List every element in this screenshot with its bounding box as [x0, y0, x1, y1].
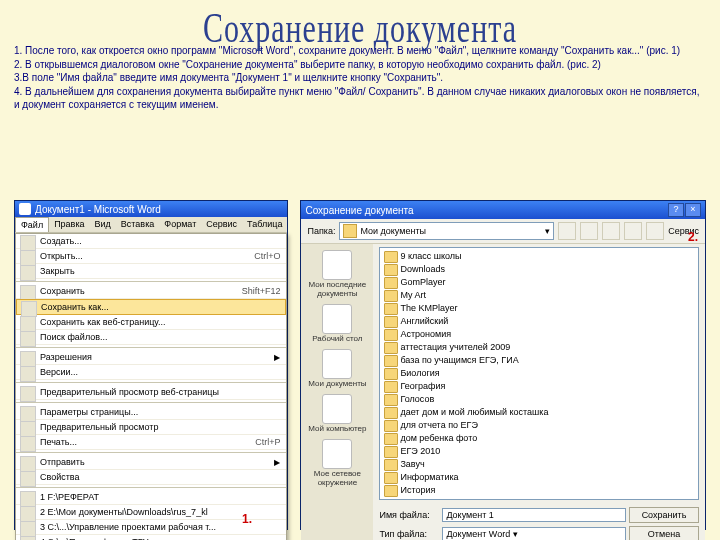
menu-table[interactable]: Таблица — [242, 217, 287, 232]
menu-format[interactable]: Формат — [159, 217, 201, 232]
annotation-2: 2. — [688, 230, 698, 244]
menu-item[interactable]: Поиск файлов... — [16, 330, 286, 345]
menu-edit[interactable]: Правка — [49, 217, 89, 232]
dialog-title: Сохранение документа — [305, 205, 413, 216]
file-item[interactable]: Завуч — [382, 458, 696, 471]
file-item[interactable]: My Art — [382, 289, 696, 302]
place-label: Рабочий стол — [312, 334, 362, 343]
word-icon — [19, 203, 31, 215]
place-icon — [322, 394, 352, 424]
file-item[interactable]: Биология — [382, 367, 696, 380]
file-list[interactable]: 9 класс школыDownloadsGomPlayerMy ArtThe… — [379, 247, 699, 500]
menu-item-label: Открыть... — [40, 251, 83, 261]
place-item[interactable]: Рабочий стол — [310, 302, 364, 345]
save-dialog: Сохранение документа ? × Папка: Мои доку… — [300, 200, 706, 530]
instructions: 1. После того, как откроется окно програ… — [0, 44, 720, 112]
delete-button[interactable] — [602, 222, 620, 240]
file-item[interactable]: база по учащимся ЕГЭ, ГИА — [382, 354, 696, 367]
file-item[interactable]: дом ребенка фото — [382, 432, 696, 445]
menu-item-icon — [20, 536, 36, 540]
menu-item-label: Параметры страницы... — [40, 407, 138, 417]
place-item[interactable]: Мое сетевое окружение — [301, 437, 373, 489]
cancel-button[interactable]: Отмена — [629, 526, 699, 540]
file-item[interactable]: аттестация учителей 2009 — [382, 341, 696, 354]
instruction-line: 3.В поле "Имя файла" введите имя докумен… — [14, 71, 706, 85]
file-item[interactable]: 9 класс школы — [382, 250, 696, 263]
file-item[interactable]: ЕГЭ 2010 — [382, 445, 696, 458]
file-menu: Создать...Открыть...Ctrl+OЗакрытьСохрани… — [15, 233, 287, 540]
menu-item-icon — [20, 386, 36, 402]
menu-item-label: Закрыть — [40, 266, 75, 276]
submenu-arrow-icon: ▶ — [274, 353, 280, 362]
file-item[interactable]: География — [382, 380, 696, 393]
menu-item[interactable]: Разрешения▶ — [16, 350, 286, 365]
file-item[interactable]: Астрономия — [382, 328, 696, 341]
menu-item[interactable]: Версии... — [16, 365, 286, 380]
menu-item[interactable]: 1 F:\РЕФЕРАТ — [16, 490, 286, 505]
folder-icon — [343, 224, 357, 238]
menu-item[interactable]: Предварительный просмотр веб-страницы — [16, 385, 286, 400]
menu-item[interactable]: Сохранить как веб-страницу... — [16, 315, 286, 330]
file-item[interactable]: Downloads — [382, 263, 696, 276]
menu-item[interactable]: СохранитьShift+F12 — [16, 284, 286, 299]
menu-shortcut: Shift+F12 — [242, 286, 281, 296]
place-label: Мое сетевое окружение — [303, 469, 371, 487]
menu-item[interactable]: Предварительный просмотр — [16, 420, 286, 435]
window-controls: ? × — [668, 203, 701, 217]
menu-item-icon — [20, 471, 36, 487]
close-button[interactable]: × — [685, 203, 701, 217]
file-item[interactable]: дает дом и мой любимый косташка — [382, 406, 696, 419]
menu-view[interactable]: Вид — [90, 217, 116, 232]
menu-item[interactable]: Создать... — [16, 234, 286, 249]
folder-label: Папка: — [307, 226, 335, 236]
up-button[interactable] — [580, 222, 598, 240]
place-icon — [322, 439, 352, 469]
menu-item-label: 2 E:\Мои документы\Downloads\rus_7_kl — [40, 507, 208, 517]
newfolder-button[interactable] — [624, 222, 642, 240]
views-button[interactable] — [646, 222, 664, 240]
chevron-down-icon: ▾ — [545, 226, 550, 236]
menu-item[interactable]: Печать...Ctrl+P — [16, 435, 286, 450]
folder-value: Мои документы — [360, 226, 426, 236]
menu-tools[interactable]: Сервис — [201, 217, 242, 232]
place-icon — [322, 304, 352, 334]
place-item[interactable]: Мои последние документы — [301, 248, 373, 300]
menu-item-label: Предварительный просмотр — [40, 422, 158, 432]
menu-item[interactable]: Отправить▶ — [16, 455, 286, 470]
filename-input[interactable] — [442, 508, 626, 522]
menu-item-label: Отправить — [40, 457, 85, 467]
file-item[interactable]: The KMPlayer — [382, 302, 696, 315]
folder-combo[interactable]: Мои документы ▾ — [339, 222, 554, 240]
menu-item-label: Предварительный просмотр веб-страницы — [40, 387, 219, 397]
menu-item-label: Свойства — [40, 472, 80, 482]
save-button[interactable]: Сохранить — [629, 507, 699, 523]
file-item[interactable]: История — [382, 484, 696, 497]
menu-item[interactable]: Открыть...Ctrl+O — [16, 249, 286, 264]
menu-item[interactable]: 4 C:\...\Проект форма ТГУ — [16, 535, 286, 540]
menu-item[interactable]: Закрыть — [16, 264, 286, 279]
back-button[interactable] — [558, 222, 576, 240]
place-item[interactable]: Мой компьютер — [306, 392, 368, 435]
menu-file[interactable]: Файл — [15, 217, 49, 232]
place-label: Мой компьютер — [308, 424, 366, 433]
file-item[interactable]: для отчета по ЕГЭ — [382, 419, 696, 432]
file-item[interactable]: Английский — [382, 315, 696, 328]
menu-item-icon — [20, 436, 36, 452]
menu-item-label: Создать... — [40, 236, 82, 246]
file-item[interactable]: Информатика — [382, 471, 696, 484]
menu-item-icon — [20, 331, 36, 347]
filetype-select[interactable]: Документ Word ▾ — [442, 527, 626, 540]
menu-item[interactable]: Параметры страницы... — [16, 405, 286, 420]
place-item[interactable]: Мои документы — [306, 347, 368, 390]
menu-item[interactable]: Свойства — [16, 470, 286, 485]
menu-item[interactable]: Сохранить как... — [16, 299, 286, 315]
file-item[interactable]: Голосов — [382, 393, 696, 406]
word-title: Документ1 - Microsoft Word — [35, 204, 161, 215]
file-item[interactable]: GomPlayer — [382, 276, 696, 289]
page-title: Сохранение документа — [0, 4, 720, 52]
word-titlebar: Документ1 - Microsoft Word — [15, 201, 287, 217]
menu-insert[interactable]: Вставка — [116, 217, 159, 232]
menu-item-label: Разрешения — [40, 352, 92, 362]
dialog-toolbar: Папка: Мои документы ▾ Сервис — [301, 219, 705, 244]
help-button[interactable]: ? — [668, 203, 684, 217]
